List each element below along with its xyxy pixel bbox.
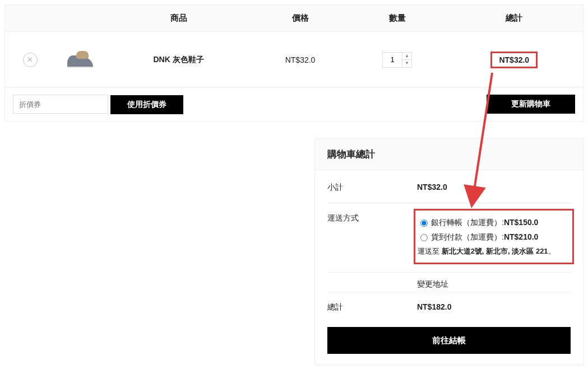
table-row: ✕ DNK 灰色鞋子 NT$32.0 ▲ ▼ NT <box>5 32 584 88</box>
shipping-option-price: NT$210.0 <box>504 230 538 245</box>
remove-item-button[interactable]: ✕ <box>23 53 38 67</box>
shoe-icon <box>67 55 93 70</box>
cart-table: 商品 價格 數量 總計 ✕ DNK 灰色鞋子 NT$32.0 <box>4 4 584 121</box>
update-cart-button[interactable]: 更新購物車 <box>487 95 575 114</box>
product-price: NT$32.0 <box>252 32 349 88</box>
coupon-input[interactable] <box>13 95 108 114</box>
checkout-button[interactable]: 前往結帳 <box>327 327 571 354</box>
close-icon: ✕ <box>27 55 33 64</box>
total-label: 總計 <box>327 302 417 312</box>
shipping-option-cod[interactable]: 貨到付款（加運費）: NT$210.0 <box>418 230 568 245</box>
shipping-radio-cod[interactable] <box>420 234 428 241</box>
chevron-down-icon[interactable]: ▼ <box>402 60 411 67</box>
chevron-up-icon[interactable]: ▲ <box>402 53 411 60</box>
cart-totals-panel: 購物車總計 小計 NT$32.0 運送方式 銀行轉帳（加運費）: NT$150.… <box>314 138 584 366</box>
cart-actions-row: 使用折價券 更新購物車 <box>5 88 584 121</box>
shipping-option-label: 銀行轉帳（加運費）: <box>431 215 504 230</box>
quantity-input[interactable] <box>383 53 402 67</box>
change-address-link[interactable]: 變更地址 <box>417 273 571 292</box>
apply-coupon-button[interactable]: 使用折價券 <box>110 95 183 114</box>
shipping-option-price: NT$150.0 <box>504 215 538 230</box>
shipping-label: 運送方式 <box>327 213 417 223</box>
header-product: 商品 <box>106 5 252 32</box>
cart-totals-title: 購物車總計 <box>315 139 583 170</box>
header-quantity: 數量 <box>349 5 446 32</box>
total-value: NT$182.0 <box>417 302 571 312</box>
line-subtotal: NT$32.0 <box>490 52 538 68</box>
ship-to-text: 運送至 新北大道2號, 新北市, 淡水區 221。 <box>418 245 568 259</box>
shipping-options-box: 銀行轉帳（加運費）: NT$150.0 貨到付款（加運費）: NT$210.0 … <box>414 209 574 265</box>
shipping-option-label: 貨到付款（加運費）: <box>431 230 504 245</box>
product-thumbnail[interactable] <box>64 42 98 76</box>
header-thumb <box>55 5 106 32</box>
product-name[interactable]: DNK 灰色鞋子 <box>106 32 252 88</box>
subtotal-label: 小計 <box>327 183 417 193</box>
subtotal-value: NT$32.0 <box>417 183 571 193</box>
header-remove <box>5 5 55 32</box>
shipping-radio-bank[interactable] <box>420 219 428 227</box>
shipping-option-bank[interactable]: 銀行轉帳（加運費）: NT$150.0 <box>418 215 568 230</box>
header-subtotal: 總計 <box>446 5 584 32</box>
header-price: 價格 <box>252 5 349 32</box>
quantity-stepper[interactable]: ▲ ▼ <box>382 52 412 68</box>
